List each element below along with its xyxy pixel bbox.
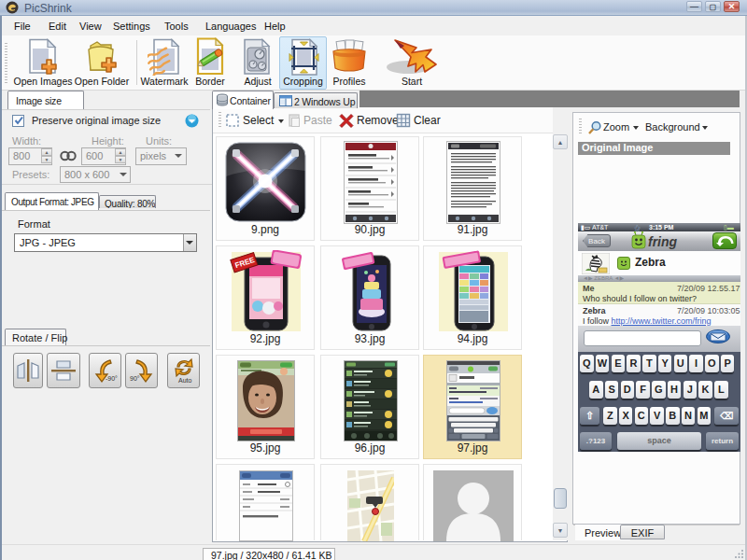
svg-text:Auto: Auto (178, 377, 192, 384)
svg-text:fring: fring (648, 234, 678, 249)
svg-text:90°: 90° (130, 375, 140, 382)
svg-text:-90°: -90° (106, 375, 118, 382)
